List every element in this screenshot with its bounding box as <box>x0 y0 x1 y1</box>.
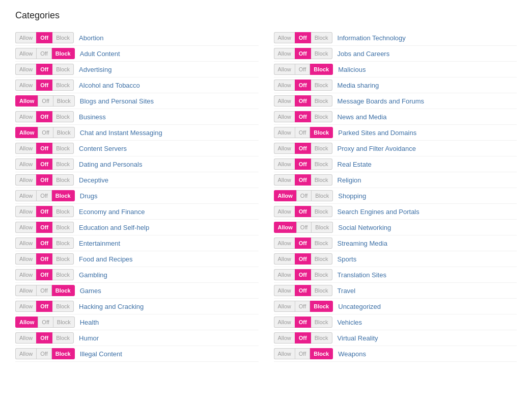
block-button[interactable]: Block <box>52 174 74 186</box>
block-button[interactable]: Block <box>52 269 74 280</box>
block-button[interactable]: Block <box>52 348 75 359</box>
block-button[interactable]: Block <box>311 253 332 265</box>
allow-button[interactable]: Allow <box>274 159 295 170</box>
off-button[interactable]: Off <box>295 80 311 91</box>
block-button[interactable]: Block <box>52 64 74 75</box>
block-button[interactable]: Block <box>52 190 75 201</box>
allow-button[interactable]: Allow <box>15 143 36 154</box>
allow-button[interactable]: Allow <box>274 48 295 59</box>
allow-button[interactable]: Allow <box>274 253 295 265</box>
allow-button[interactable]: Allow <box>274 111 295 122</box>
off-button[interactable]: Off <box>295 269 311 280</box>
off-button[interactable]: Off <box>295 348 310 359</box>
off-button[interactable]: Off <box>36 348 51 359</box>
off-button[interactable]: Off <box>295 238 311 249</box>
block-button[interactable]: Block <box>310 348 333 359</box>
allow-button[interactable]: Allow <box>274 80 295 91</box>
off-button[interactable]: Off <box>295 111 311 122</box>
allow-button[interactable]: Allow <box>15 222 36 233</box>
block-button[interactable]: Block <box>310 127 333 138</box>
allow-button[interactable]: Allow <box>274 269 295 280</box>
allow-button[interactable]: Allow <box>15 174 36 186</box>
block-button[interactable]: Block <box>53 95 75 107</box>
allow-button[interactable]: Allow <box>274 222 296 233</box>
block-button[interactable]: Block <box>52 206 74 217</box>
block-button[interactable]: Block <box>311 95 332 107</box>
block-button[interactable]: Block <box>311 80 332 91</box>
block-button[interactable]: Block <box>311 238 332 249</box>
block-button[interactable]: Block <box>311 332 332 344</box>
off-button[interactable]: Off <box>36 64 52 75</box>
off-button[interactable]: Off <box>36 190 51 201</box>
block-button[interactable]: Block <box>52 238 74 249</box>
off-button[interactable]: Off <box>295 174 311 186</box>
block-button[interactable]: Block <box>52 32 74 43</box>
block-button[interactable]: Block <box>53 317 75 328</box>
block-button[interactable]: Block <box>311 111 332 122</box>
block-button[interactable]: Block <box>311 143 332 154</box>
allow-button[interactable]: Allow <box>274 64 295 75</box>
block-button[interactable]: Block <box>52 253 74 265</box>
off-button[interactable]: Off <box>36 222 52 233</box>
allow-button[interactable]: Allow <box>15 159 36 170</box>
block-button[interactable]: Block <box>52 143 74 154</box>
allow-button[interactable]: Allow <box>274 317 295 328</box>
off-button[interactable]: Off <box>295 301 310 312</box>
off-button[interactable]: Off <box>295 206 311 217</box>
allow-button[interactable]: Allow <box>15 206 36 217</box>
off-button[interactable]: Off <box>296 222 312 233</box>
allow-button[interactable]: Allow <box>15 127 38 138</box>
allow-button[interactable]: Allow <box>274 285 295 296</box>
off-button[interactable]: Off <box>36 48 51 59</box>
block-button[interactable]: Block <box>52 111 74 122</box>
allow-button[interactable]: Allow <box>274 127 295 138</box>
allow-button[interactable]: Allow <box>274 190 296 201</box>
off-button[interactable]: Off <box>295 32 311 43</box>
allow-button[interactable]: Allow <box>274 32 295 43</box>
allow-button[interactable]: Allow <box>274 143 295 154</box>
off-button[interactable]: Off <box>295 317 311 328</box>
allow-button[interactable]: Allow <box>274 332 295 344</box>
allow-button[interactable]: Allow <box>274 301 295 312</box>
block-button[interactable]: Block <box>311 317 332 328</box>
off-button[interactable]: Off <box>36 111 52 122</box>
allow-button[interactable]: Allow <box>274 174 295 186</box>
block-button[interactable]: Block <box>52 285 75 296</box>
allow-button[interactable]: Allow <box>15 253 36 265</box>
block-button[interactable]: Block <box>311 269 332 280</box>
block-button[interactable]: Block <box>52 332 74 344</box>
off-button[interactable]: Off <box>38 127 53 138</box>
block-button[interactable]: Block <box>310 301 333 312</box>
off-button[interactable]: Off <box>295 127 310 138</box>
off-button[interactable]: Off <box>36 238 52 249</box>
block-button[interactable]: Block <box>310 64 333 75</box>
allow-button[interactable]: Allow <box>15 48 36 59</box>
allow-button[interactable]: Allow <box>274 348 295 359</box>
off-button[interactable]: Off <box>36 253 52 265</box>
allow-button[interactable]: Allow <box>15 332 36 344</box>
block-button[interactable]: Block <box>311 32 332 43</box>
allow-button[interactable]: Allow <box>15 269 36 280</box>
allow-button[interactable]: Allow <box>15 190 36 201</box>
block-button[interactable]: Block <box>311 48 332 59</box>
allow-button[interactable]: Allow <box>15 32 36 43</box>
block-button[interactable]: Block <box>312 222 333 233</box>
allow-button[interactable]: Allow <box>15 348 36 359</box>
off-button[interactable]: Off <box>36 143 52 154</box>
allow-button[interactable]: Allow <box>274 206 295 217</box>
off-button[interactable]: Off <box>36 159 52 170</box>
block-button[interactable]: Block <box>52 222 74 233</box>
off-button[interactable]: Off <box>38 317 53 328</box>
off-button[interactable]: Off <box>36 332 52 344</box>
block-button[interactable]: Block <box>52 301 74 312</box>
off-button[interactable]: Off <box>295 332 311 344</box>
off-button[interactable]: Off <box>295 253 311 265</box>
allow-button[interactable]: Allow <box>274 95 295 107</box>
off-button[interactable]: Off <box>36 174 52 186</box>
off-button[interactable]: Off <box>36 269 52 280</box>
allow-button[interactable]: Allow <box>15 80 36 91</box>
block-button[interactable]: Block <box>52 80 74 91</box>
allow-button[interactable]: Allow <box>15 95 38 107</box>
allow-button[interactable]: Allow <box>15 111 36 122</box>
allow-button[interactable]: Allow <box>15 64 36 75</box>
